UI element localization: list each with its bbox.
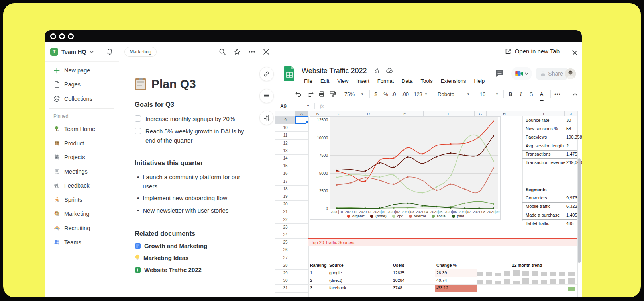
name-box-dropdown-icon[interactable]: ▾ <box>307 104 309 108</box>
notifications-bell[interactable] <box>106 48 113 55</box>
stat-row[interactable]: Avg. session length2 <box>522 142 577 150</box>
window-dot-3[interactable] <box>68 33 74 39</box>
menu-extensions[interactable]: Extensions <box>441 78 466 84</box>
selected-cell-A9[interactable] <box>295 116 308 124</box>
workspace-avatar[interactable]: T <box>50 48 58 56</box>
menu-format[interactable]: Format <box>377 78 394 84</box>
menu-data[interactable]: Data <box>402 78 412 84</box>
format-currency-button[interactable]: $ <box>374 88 377 100</box>
sidebar-item-meetings[interactable]: Meetings <box>49 166 115 178</box>
list-item[interactable]: Implement new onboarding flow <box>137 194 253 203</box>
checkbox[interactable] <box>135 128 141 134</box>
open-in-new-tab-link[interactable]: Open in new Tab <box>505 48 560 55</box>
sidebar-item-feedback[interactable]: Feedback <box>49 180 115 192</box>
row-header-9[interactable]: 9 <box>275 116 295 124</box>
more-formats-button[interactable]: 123 <box>414 88 422 100</box>
row-header-22[interactable]: 22 <box>275 216 295 223</box>
table-row[interactable]: 1 google 12635 26.39 <box>308 269 577 277</box>
star-icon[interactable] <box>234 48 241 55</box>
italic-button[interactable]: I <box>520 88 522 100</box>
menu-edit[interactable]: Edit <box>320 78 329 84</box>
star-icon[interactable] <box>374 68 380 74</box>
settings-sliders-button[interactable] <box>259 111 274 125</box>
format-percent-button[interactable]: % <box>383 88 388 100</box>
stat-row[interactable]: Made a purchase1,405 <box>522 211 577 220</box>
menu-view[interactable]: View <box>337 78 348 84</box>
font-size-select[interactable]: 10 <box>480 88 485 100</box>
row-header-13[interactable]: 13 <box>275 147 295 154</box>
list-item[interactable]: New newsletter with user stories <box>137 206 253 215</box>
more-icon[interactable] <box>248 51 255 53</box>
cloud-saved-icon[interactable] <box>386 68 393 73</box>
row-header-29[interactable]: 29 <box>275 269 295 277</box>
meet-button[interactable] <box>511 67 532 80</box>
bold-button[interactable]: B <box>509 88 512 100</box>
row-header-23[interactable]: 23 <box>275 223 295 231</box>
sidebar-item-product[interactable]: Product <box>49 137 115 149</box>
checkbox[interactable] <box>135 115 141 122</box>
undo-button[interactable] <box>295 88 302 100</box>
menu-file[interactable]: File <box>304 78 312 84</box>
close-icon[interactable] <box>263 49 269 55</box>
table-header-row[interactable]: Ranking Source Users Change % 12 month t… <box>308 262 577 269</box>
sheet-grid[interactable]: ABCDEFGHIJ 91011121314151617181920212223… <box>275 111 582 297</box>
vertical-scrollbar[interactable] <box>578 158 581 263</box>
name-box[interactable]: A9 <box>280 103 287 109</box>
chart[interactable]: 02500500075001000012500 2020|102020|1120… <box>310 116 501 220</box>
font-select[interactable]: Roboto <box>438 88 454 100</box>
page-title[interactable]: Plan Q3 <box>151 77 196 91</box>
list-item[interactable]: Launch a community platform for our user… <box>137 172 253 191</box>
sidebar-new-page[interactable]: New page <box>49 64 115 76</box>
row-header-17[interactable]: 17 <box>275 178 295 185</box>
window-titlebar[interactable] <box>45 30 582 42</box>
formula-cursor[interactable] <box>330 103 330 109</box>
share-button[interactable]: Share <box>536 68 567 80</box>
fill-handle[interactable] <box>306 121 308 124</box>
row-header-16[interactable]: 16 <box>275 170 295 177</box>
stat-row[interactable]: New sessions %58 <box>522 125 577 133</box>
row-header-14[interactable]: 14 <box>275 154 295 162</box>
sidebar-pages[interactable]: Pages <box>49 78 115 90</box>
paint-format-button[interactable] <box>330 88 336 100</box>
font-size-dropdown-icon[interactable]: ▾ <box>496 88 498 100</box>
related-heading[interactable]: Related documents <box>135 230 195 237</box>
row-header-18[interactable]: 18 <box>275 185 295 193</box>
stat-row[interactable]: Mobile traffic6,322 <box>522 203 577 211</box>
goal-item[interactable]: Increase monthly signups by 20% <box>135 114 254 123</box>
row-header-27[interactable]: 27 <box>275 254 295 262</box>
goals-heading[interactable]: Goals for Q3 <box>135 101 174 108</box>
menu-help[interactable]: Help <box>474 78 485 84</box>
stat-row[interactable]: Tablet traffic485 <box>522 220 577 228</box>
window-dot-2[interactable] <box>59 33 65 39</box>
breadcrumb[interactable]: Marketing <box>124 47 157 57</box>
row-header-15[interactable]: 15 <box>275 162 295 170</box>
stat-row[interactable]: Transaction revenue249,040 <box>522 159 577 167</box>
window-dot-1[interactable] <box>50 33 56 39</box>
row-header-20[interactable]: 20 <box>275 200 295 208</box>
avatar[interactable] <box>565 68 576 79</box>
stat-row[interactable]: Pageviews100,358 <box>522 133 577 142</box>
comment-icon[interactable] <box>495 69 504 78</box>
sidebar-item-team-home[interactable]: Team Home <box>49 123 115 135</box>
stat-row[interactable]: Bounce rate30 <box>522 117 577 125</box>
chevron-down-icon[interactable] <box>90 51 94 53</box>
workspace-name[interactable]: Team HQ <box>61 49 86 55</box>
sidebar-item-recruiting[interactable]: Recruiting <box>49 222 115 234</box>
font-dropdown-icon[interactable]: ▾ <box>467 88 469 100</box>
related-doc-link[interactable]: Growth and Marketing <box>135 242 207 249</box>
sheet-title[interactable]: Website Traffic 2022 <box>302 67 367 75</box>
row-header-28[interactable]: 28 <box>275 262 295 269</box>
related-doc-link[interactable]: Website Traffic 2022 <box>135 266 202 273</box>
initiatives-heading[interactable]: Initiatives this quarter <box>135 159 203 167</box>
zoom-select[interactable]: 75% <box>344 88 355 100</box>
row-header-10[interactable]: 10 <box>275 124 295 131</box>
search-icon[interactable] <box>219 48 226 55</box>
redo-button[interactable] <box>307 88 314 100</box>
outline-button[interactable] <box>259 89 274 103</box>
row-header-19[interactable]: 19 <box>275 193 295 200</box>
text-color-button[interactable]: A <box>540 88 544 101</box>
print-button[interactable] <box>318 88 325 100</box>
table-row[interactable]: 2 (direct) 10284 40.74 <box>308 277 577 285</box>
zoom-dropdown-icon[interactable]: ▾ <box>361 88 363 100</box>
copy-link-button[interactable] <box>259 67 274 81</box>
